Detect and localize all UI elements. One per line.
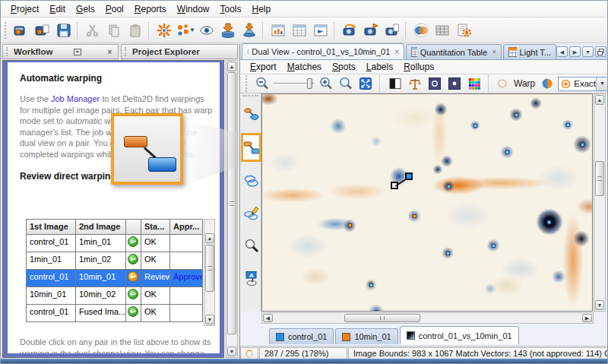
zoom-slider-thumb[interactable] (307, 78, 312, 89)
close-tab-icon[interactable]: × (394, 48, 399, 56)
zoom-tool-icon[interactable] (337, 76, 354, 92)
import-gels-icon[interactable] (217, 20, 239, 41)
zoom-in-icon[interactable] (318, 76, 334, 92)
label-tool[interactable]: A (242, 267, 260, 290)
spot-detection-icon[interactable]: ▼ (175, 20, 196, 41)
table-row[interactable]: 10min_0110min_02 ↩ OK (27, 286, 202, 304)
close-tab-icon[interactable]: × (492, 48, 496, 56)
scroll-down-button[interactable]: ▼ (227, 347, 236, 356)
menu-gels[interactable]: Gels (71, 2, 100, 16)
gel-image-canvas[interactable] (262, 94, 592, 311)
contrast-icon[interactable] (387, 76, 404, 92)
dual-channel-toggle-icon[interactable] (540, 76, 555, 92)
snapshot-refresh-icon[interactable] (339, 20, 360, 41)
scroll-tabs-left-icon[interactable]: ◀ (556, 46, 568, 57)
scroll-up-button[interactable]: ▲ (205, 233, 214, 243)
tab-list-dropdown-icon[interactable]: ▼ (582, 46, 594, 57)
new-window-label-icon[interactable] (310, 20, 331, 41)
table-row[interactable]: control_01Fused Ima... ↩ OK (27, 304, 202, 321)
match-vector-source-handle[interactable] (391, 182, 398, 189)
workflow-scrollbar[interactable]: ▲ ▼ (226, 60, 238, 358)
menu-project[interactable]: Project (5, 2, 44, 16)
col-status[interactable]: Sta... (141, 220, 169, 234)
gel-tab-dual-channel[interactable]: control_01_vs_10min_01 (400, 326, 519, 344)
report-settings-icon[interactable] (453, 20, 474, 41)
scroll-up-button[interactable]: ▲ (595, 95, 604, 105)
table-scrollbar[interactable]: ▲ ▼ (204, 219, 215, 326)
menu-help[interactable]: Help (247, 2, 277, 16)
approve-link[interactable]: Approve (173, 272, 202, 281)
dropdown-caret-icon[interactable]: ▼ (189, 27, 195, 33)
menu-edit[interactable]: Edit (44, 2, 71, 16)
spot-tool[interactable] (242, 169, 260, 192)
export-gels-icon[interactable] (239, 20, 260, 41)
match-vector-rect-tool-selected[interactable] (241, 133, 261, 162)
job-manager-link[interactable]: Job Manager (51, 94, 100, 103)
spot-outline-mode-icon[interactable] (426, 76, 443, 92)
scrollbar-thumb[interactable] (227, 72, 236, 334)
col-1st-image[interactable]: 1st Image (27, 220, 75, 234)
heatmap-mode-icon[interactable] (466, 76, 483, 92)
menu-window[interactable]: Window (172, 2, 215, 16)
menu-pool[interactable]: Pool (100, 2, 129, 16)
cut-icon[interactable] (82, 20, 103, 41)
tab-dual-view[interactable]: Dual View - control_01_vs_10min_01 × (242, 43, 404, 59)
col-approve[interactable]: Appr... (169, 220, 202, 234)
table-row-selected[interactable]: control_0110min_01 ↩ Review Approve (27, 269, 202, 286)
tab-quantitation-table[interactable]: Quantitation Table × (406, 44, 502, 59)
open-project-icon[interactable] (32, 20, 53, 41)
table-row[interactable]: control_011min_01 ↩ OK (27, 234, 202, 252)
view-eye-icon[interactable] (196, 20, 217, 41)
tab-light-table[interactable]: Light T... (503, 44, 556, 59)
project-explorer-panel-header[interactable]: Project Explorer (121, 44, 238, 59)
warp-wizard-icon[interactable] (154, 20, 175, 41)
new-project-icon[interactable] (11, 20, 32, 41)
snapshot-save-icon[interactable] (382, 20, 403, 41)
workflow-panel-header[interactable]: Workflow × (2, 44, 119, 59)
spot-edit-tool[interactable] (242, 201, 260, 224)
spot-filled-mode-icon[interactable] (446, 76, 463, 92)
gel-tab-10min-01[interactable]: 10min_01 (335, 328, 397, 344)
menu-tools[interactable]: Tools (215, 2, 247, 16)
zoom-out-icon[interactable] (254, 76, 271, 92)
new-window-table-icon[interactable] (289, 20, 310, 41)
col-2nd-image[interactable]: 2nd Image (75, 220, 125, 234)
menu-export[interactable]: Export (245, 60, 282, 74)
normalize-scales-icon[interactable] (407, 76, 423, 92)
dual-channel-view-icon[interactable] (410, 20, 432, 41)
close-panel-icon[interactable]: × (105, 48, 115, 56)
scrollbar-thumb[interactable] (595, 161, 604, 196)
scroll-down-button[interactable]: ▼ (595, 300, 604, 310)
menu-reports[interactable]: Reports (129, 2, 172, 16)
gel-vertical-scrollbar[interactable]: ▲ ▼ (594, 93, 606, 312)
save-icon[interactable] (53, 20, 74, 41)
col-icon[interactable] (125, 220, 141, 234)
minimize-window-icon[interactable] (74, 49, 84, 55)
gel-horizontal-scrollbar[interactable]: ◀ ▶ (261, 312, 594, 324)
paste-icon[interactable] (125, 20, 146, 41)
menu-spots[interactable]: Spots (327, 60, 361, 74)
match-vector-ellipse-tool[interactable] (242, 103, 260, 125)
warp-mode-combobox[interactable]: Exact ▼ (558, 77, 608, 91)
scroll-left-button[interactable]: ◀ (263, 314, 273, 322)
menu-matches[interactable]: Matches (282, 60, 327, 74)
gel-tab-control-01[interactable]: control_01 (269, 328, 334, 344)
scroll-up-button[interactable]: ▲ (227, 62, 236, 71)
warp-animation-icon[interactable] (496, 76, 509, 92)
gel-image-viewport[interactable] (261, 93, 593, 312)
new-window-chart-icon[interactable] (268, 20, 289, 41)
scroll-tabs-right-icon[interactable]: ▶ (569, 46, 581, 57)
scroll-down-button[interactable]: ▼ (205, 315, 214, 324)
zoom-slider[interactable] (274, 77, 315, 90)
maximize-window-icon[interactable] (595, 46, 606, 57)
scrollbar-thumb[interactable] (344, 314, 420, 322)
menu-rollups[interactable]: Rollups (398, 60, 439, 74)
table-view-icon[interactable] (432, 20, 453, 41)
scrollbar-thumb[interactable] (205, 245, 214, 292)
combobox-dropdown-icon[interactable]: ▼ (596, 78, 608, 90)
menu-labels[interactable]: Labels (361, 60, 398, 74)
snapshot-add-icon[interactable] (360, 20, 382, 41)
copy-icon[interactable] (103, 20, 125, 41)
table-row[interactable]: 1min_011min_02 ↩ OK (27, 252, 202, 269)
fit-to-window-icon[interactable] (357, 76, 374, 92)
